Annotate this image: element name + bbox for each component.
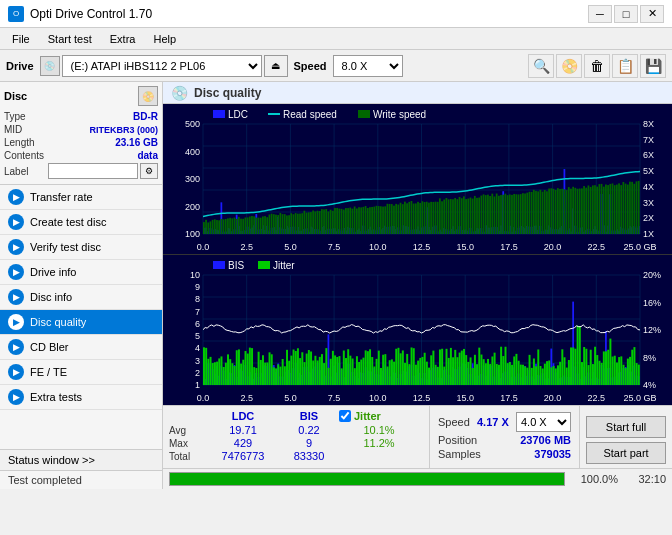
drive-select[interactable]: (E:) ATAPI iHBS112 2 PL06 xyxy=(62,55,262,77)
stats-avg-jitter: 10.1% xyxy=(339,424,419,436)
disc-contents-label: Contents xyxy=(4,150,44,161)
speed-info-label: Speed xyxy=(438,416,470,428)
drive-icon: 💿 xyxy=(40,56,60,76)
disc-mid-label: MID xyxy=(4,124,22,135)
start-full-button[interactable]: Start full xyxy=(586,416,666,438)
disc-label-label: Label xyxy=(4,166,28,177)
disc-contents-row: Contents data xyxy=(4,149,158,162)
title-bar-left: O Opti Drive Control 1.70 xyxy=(8,6,152,22)
toolbar-btn-4[interactable]: 📋 xyxy=(612,54,638,78)
start-part-button[interactable]: Start part xyxy=(586,442,666,464)
sidebar-item-extra-tests[interactable]: ▶ Extra tests xyxy=(0,385,162,410)
sidebar-item-transfer-rate[interactable]: ▶ Transfer rate xyxy=(0,185,162,210)
sidebar-label-drive-info: Drive info xyxy=(30,266,76,278)
drive-info-icon: ▶ xyxy=(8,264,24,280)
stats-header-jitter: Jitter xyxy=(354,410,381,422)
sidebar-item-create-test-disc[interactable]: ▶ Create test disc xyxy=(0,210,162,235)
progress-text: 100.0% xyxy=(573,473,618,485)
eject-button[interactable]: ⏏ xyxy=(264,55,288,77)
chart-bottom xyxy=(163,255,672,405)
toolbar-btn-3[interactable]: 🗑 xyxy=(584,54,610,78)
disc-type-row: Type BD-R xyxy=(4,110,158,123)
chart-top xyxy=(163,104,672,255)
stats-bar: LDC BIS Jitter Avg 19.71 0.22 10.1% Max xyxy=(163,405,672,468)
window-controls: ─ □ ✕ xyxy=(588,5,664,23)
sidebar-item-disc-quality[interactable]: ▶ Disc quality xyxy=(0,310,162,335)
speed-row: Speed 4.17 X 4.0 X 8.0 X xyxy=(438,412,571,432)
speed-label: Speed xyxy=(294,60,327,72)
speed-info-value: 4.17 X xyxy=(477,416,509,428)
close-button[interactable]: ✕ xyxy=(640,5,664,23)
position-value: 23706 MB xyxy=(520,434,571,446)
stats-total-ldc: 7476773 xyxy=(207,450,279,462)
sidebar-label-transfer-rate: Transfer rate xyxy=(30,191,93,203)
toolbar-btn-5[interactable]: 💾 xyxy=(640,54,666,78)
toolbar-btn-1[interactable]: 🔍 xyxy=(528,54,554,78)
disc-type-label: Type xyxy=(4,111,26,122)
cd-bler-icon: ▶ xyxy=(8,339,24,355)
transfer-rate-icon: ▶ xyxy=(8,189,24,205)
sidebar-item-fe-te[interactable]: ▶ FE / TE xyxy=(0,360,162,385)
disc-type-value: BD-R xyxy=(133,111,158,122)
samples-value: 379035 xyxy=(534,448,571,460)
stats-header-ldc: LDC xyxy=(207,410,279,422)
sidebar-item-cd-bler[interactable]: ▶ CD Bler xyxy=(0,335,162,360)
menu-extra[interactable]: Extra xyxy=(102,31,144,47)
stats-header-bis: BIS xyxy=(279,410,339,422)
disc-label-input[interactable] xyxy=(48,163,138,179)
disc-quality-icon: ▶ xyxy=(8,314,24,330)
disc-length-label: Length xyxy=(4,137,35,148)
sidebar-item-drive-info[interactable]: ▶ Drive info xyxy=(0,260,162,285)
sidebar-item-verify-test-disc[interactable]: ▶ Verify test disc xyxy=(0,235,162,260)
sidebar-item-disc-info[interactable]: ▶ Disc info xyxy=(0,285,162,310)
menu-file[interactable]: File xyxy=(4,31,38,47)
status-window-button[interactable]: Status window >> xyxy=(0,450,162,471)
drive-label: Drive xyxy=(6,60,34,72)
menu-help[interactable]: Help xyxy=(145,31,184,47)
stats-avg-label: Avg xyxy=(169,425,207,436)
main-layout: Disc 📀 Type BD-R MID RITEKBR3 (000) Leng… xyxy=(0,82,672,489)
stats-avg-bis: 0.22 xyxy=(279,424,339,436)
top-chart-canvas xyxy=(163,104,672,254)
jitter-checkbox[interactable] xyxy=(339,410,351,422)
speed-info: Speed 4.17 X 4.0 X 8.0 X Position 23706 … xyxy=(429,406,579,468)
sidebar-label-disc-info: Disc info xyxy=(30,291,72,303)
stats-max-ldc: 429 xyxy=(207,437,279,449)
toolbar-icons: 🔍 📀 🗑 📋 💾 xyxy=(528,54,666,78)
stats-total-label: Total xyxy=(169,451,207,462)
disc-icon-1: 📀 xyxy=(138,86,158,106)
maximize-button[interactable]: □ xyxy=(614,5,638,23)
sidebar-label-disc-quality: Disc quality xyxy=(30,316,86,328)
samples-label: Samples xyxy=(438,448,481,460)
time-text: 32:10 xyxy=(626,473,666,485)
minimize-button[interactable]: ─ xyxy=(588,5,612,23)
nav-list: ▶ Transfer rate ▶ Create test disc ▶ Ver… xyxy=(0,185,162,410)
sidebar-label-cd-bler: CD Bler xyxy=(30,341,69,353)
disc-mid-row: MID RITEKBR3 (000) xyxy=(4,123,158,136)
toolbar-btn-2[interactable]: 📀 xyxy=(556,54,582,78)
drive-select-wrapper: 💿 (E:) ATAPI iHBS112 2 PL06 ⏏ xyxy=(40,55,288,77)
speed-select[interactable]: 8.0 X xyxy=(333,55,403,77)
action-buttons: Start full Start part xyxy=(579,406,672,468)
sidebar-bottom: Status window >> Test completed xyxy=(0,449,162,489)
disc-length-value: 23.16 GB xyxy=(115,137,158,148)
disc-section-title: Disc xyxy=(4,90,27,102)
disc-quality-header-title: Disc quality xyxy=(194,86,261,100)
disc-label-row: Label ⚙ xyxy=(4,162,158,180)
menu-start-test[interactable]: Start test xyxy=(40,31,100,47)
bottom-bar: 100.0% 32:10 xyxy=(163,468,672,489)
sidebar-label-extra-tests: Extra tests xyxy=(30,391,82,403)
disc-quality-header: 💿 Disc quality xyxy=(163,82,672,104)
bottom-chart-canvas xyxy=(163,255,672,405)
stats-total-bis: 83330 xyxy=(279,450,339,462)
disc-header: Disc 📀 xyxy=(4,86,158,106)
speed-inline-select[interactable]: 4.0 X 8.0 X xyxy=(516,412,571,432)
charts-container xyxy=(163,104,672,405)
stats-max-bis: 9 xyxy=(279,437,339,449)
fe-te-icon: ▶ xyxy=(8,364,24,380)
stats-max-jitter: 11.2% xyxy=(339,437,419,449)
disc-label-button[interactable]: ⚙ xyxy=(140,163,158,179)
verify-test-disc-icon: ▶ xyxy=(8,239,24,255)
create-test-disc-icon: ▶ xyxy=(8,214,24,230)
stats-avg-ldc: 19.71 xyxy=(207,424,279,436)
